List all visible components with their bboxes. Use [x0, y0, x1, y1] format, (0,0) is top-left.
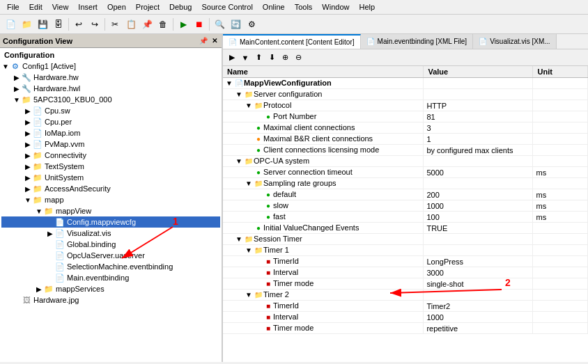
table-row[interactable]: ▼📁ProtocolHTTP: [223, 100, 588, 111]
close-panel-icon[interactable]: ✕: [210, 36, 219, 45]
cut-btn[interactable]: ✂: [107, 17, 123, 32]
tree-node-global_binding[interactable]: 📄Global.binding: [1, 239, 220, 250]
table-row[interactable]: ■Interval1000: [223, 312, 588, 323]
tree-toggle[interactable]: ▼: [24, 196, 32, 204]
table-row[interactable]: ▼📁OPC-UA system: [223, 156, 588, 167]
table-row[interactable]: ●Maximal client connections3: [223, 122, 588, 134]
table-row[interactable]: ▼📁Timer 1: [223, 245, 588, 256]
tree-node-cpu_per[interactable]: ▶📄Cpu.per: [1, 116, 220, 127]
expand-all-btn[interactable]: ▶: [226, 52, 238, 64]
add-btn[interactable]: ⊕: [279, 52, 291, 64]
table-row[interactable]: ■TimerIdLongPress: [223, 256, 588, 267]
tree-toggle[interactable]: ▼: [1, 63, 10, 70]
save-all-btn[interactable]: 🗄: [51, 17, 66, 32]
tree-toggle[interactable]: ▶: [13, 74, 21, 81]
table-row[interactable]: ●Initial ValueChanged EventsTRUE: [223, 223, 588, 234]
row-toggle[interactable]: ▼: [245, 291, 254, 299]
content-area[interactable]: Name Value Unit ▼📄MappViewConfiguration▼…: [223, 66, 588, 362]
tree-node-iomap[interactable]: ▶📄IoMap.iom: [1, 127, 220, 139]
tab-maineventbinding[interactable]: 📄 Main.eventbinding [XML File]: [361, 34, 474, 49]
collapse-all-btn[interactable]: ▼: [239, 52, 252, 64]
tree-node-5apc[interactable]: ▼📁5APC3100_KBU0_000: [1, 94, 220, 105]
table-row[interactable]: ●Client connections licensing modeby con…: [223, 145, 588, 156]
menu-debug[interactable]: Debug: [165, 1, 196, 13]
tree-node-unitsystem[interactable]: ▶📁UnitSystem: [1, 172, 220, 183]
menu-tools[interactable]: Tools: [291, 1, 317, 13]
table-row[interactable]: ■Timer moderepetitive: [223, 323, 588, 334]
table-row[interactable]: ●Maximal B&R client connections1: [223, 134, 588, 145]
move-up-btn[interactable]: ⬆: [252, 52, 265, 64]
menu-online[interactable]: Online: [258, 1, 289, 13]
tree-container[interactable]: Configuration ▼⚙Config1 [Active]▶🔧Hardwa…: [0, 48, 222, 362]
delete-btn[interactable]: 🗑: [155, 17, 171, 32]
row-toggle[interactable]: ▼: [245, 246, 254, 254]
tree-toggle[interactable]: ▶: [24, 185, 32, 193]
tree-toggle[interactable]: ▶: [24, 141, 32, 148]
save-btn[interactable]: 💾: [35, 17, 50, 32]
undo-btn[interactable]: ↩: [71, 17, 86, 32]
tree-toggle[interactable]: ▶: [35, 285, 43, 293]
table-row[interactable]: ▼📁Session Timer: [223, 234, 588, 245]
tree-node-textsystem[interactable]: ▶📁TextSystem: [1, 161, 220, 172]
menu-project[interactable]: Project: [132, 1, 164, 13]
menu-help[interactable]: Help: [355, 1, 379, 13]
tree-toggle[interactable]: ▶: [13, 85, 21, 93]
table-row[interactable]: ●slow1000ms: [223, 200, 588, 212]
table-row[interactable]: ▼📁Timer 2: [223, 290, 588, 301]
menu-insert[interactable]: Insert: [74, 1, 102, 13]
tree-node-accessandsecurity[interactable]: ▶📁AccessAndSecurity: [1, 183, 220, 194]
tree-node-mappservices[interactable]: ▶📁mappServices: [1, 283, 220, 294]
table-row[interactable]: ■Interval3000: [223, 267, 588, 278]
table-row[interactable]: ●Port Number81: [223, 111, 588, 122]
tree-node-selectionmachine[interactable]: 📄SelectionMachine.eventbinding: [1, 261, 220, 272]
menu-window[interactable]: Window: [318, 1, 353, 13]
stop-btn[interactable]: ⏹: [192, 17, 207, 32]
row-toggle[interactable]: ▼: [235, 157, 244, 165]
row-toggle[interactable]: ▼: [235, 90, 244, 98]
new-file-btn[interactable]: 📄: [3, 17, 18, 32]
tree-node-hardware_hw[interactable]: ▶🔧Hardware.hw: [1, 72, 220, 83]
table-row[interactable]: ■TimerIdTimer2: [223, 301, 588, 312]
search-btn[interactable]: 🔍: [212, 17, 227, 32]
tree-toggle[interactable]: ▶: [24, 152, 32, 159]
settings-btn[interactable]: ⚙: [244, 17, 259, 32]
tree-node-visualizat_vis[interactable]: ▶📄Visualizat.vis: [1, 228, 220, 239]
tree-toggle[interactable]: ▼: [35, 207, 43, 215]
tree-toggle[interactable]: ▶: [24, 174, 32, 182]
move-down-btn[interactable]: ⬇: [265, 52, 278, 64]
menu-source-control[interactable]: Source Control: [197, 1, 256, 13]
row-toggle[interactable]: ▼: [226, 79, 234, 87]
tab-visualizat[interactable]: 📄 Visualizat.vis [XM...: [473, 34, 557, 49]
row-toggle[interactable]: ▼: [245, 102, 254, 109]
table-row[interactable]: ●fast100ms: [223, 212, 588, 223]
table-row[interactable]: ●Server connection timeout5000ms: [223, 167, 588, 178]
tree-node-config1[interactable]: ▼⚙Config1 [Active]: [1, 61, 220, 72]
copy-btn[interactable]: 📋: [123, 17, 139, 32]
tree-toggle[interactable]: ▶: [24, 118, 32, 126]
menu-view[interactable]: View: [48, 1, 73, 13]
tree-node-cpu_sw[interactable]: ▶📄Cpu.sw: [1, 105, 220, 116]
menu-file[interactable]: File: [3, 1, 24, 13]
paste-btn[interactable]: 📌: [139, 17, 155, 32]
row-toggle[interactable]: ▼: [235, 235, 244, 243]
menu-open[interactable]: Open: [103, 1, 130, 13]
remove-btn[interactable]: ⊖: [292, 52, 304, 64]
tree-node-hardware_jpg[interactable]: 🖼Hardware.jpg: [1, 294, 220, 306]
table-row[interactable]: ■Timer modesingle-shot: [223, 278, 588, 290]
menu-edit[interactable]: Edit: [25, 1, 47, 13]
tree-toggle[interactable]: ▶: [24, 163, 32, 171]
tree-toggle[interactable]: ▶: [24, 107, 32, 115]
table-row[interactable]: ▼📄MappViewConfiguration: [223, 78, 588, 89]
tree-node-config_mappviewcfg[interactable]: 📄Config.mappviewcfg: [1, 216, 220, 228]
open-btn[interactable]: 📁: [19, 17, 34, 32]
tree-node-hardware_hwl[interactable]: ▶🔧Hardware.hwl: [1, 83, 220, 94]
table-row[interactable]: ▼📁Server configuration: [223, 89, 588, 100]
redo-btn[interactable]: ↪: [87, 17, 102, 32]
build-btn[interactable]: ▶: [176, 17, 191, 32]
pin-icon[interactable]: 📌: [198, 36, 209, 45]
tree-toggle[interactable]: ▼: [13, 96, 21, 104]
tree-node-connectivity[interactable]: ▶📁Connectivity: [1, 150, 220, 161]
refresh-btn[interactable]: 🔄: [228, 17, 243, 32]
tree-toggle[interactable]: ▶: [24, 129, 32, 137]
tree-node-pvmap[interactable]: ▶📄PvMap.vvm: [1, 139, 220, 150]
